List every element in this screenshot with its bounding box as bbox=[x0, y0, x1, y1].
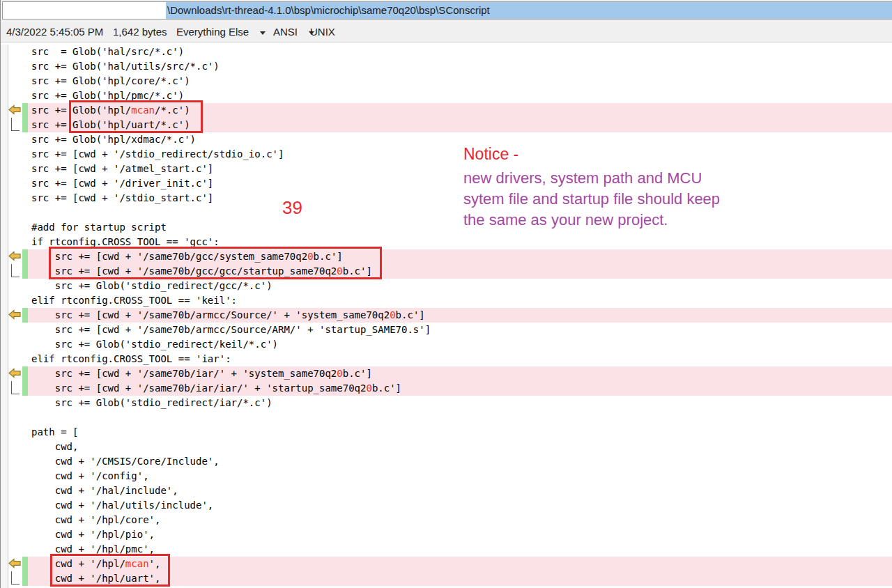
code-line[interactable]: src += Glob('stdio_redirect/iar/*.c') bbox=[1, 396, 892, 410]
code-line[interactable]: cwd + '/hpl/uart', bbox=[1, 571, 892, 586]
gutter-cell bbox=[1, 59, 22, 74]
gutter-cell bbox=[1, 542, 22, 557]
code-text: cwd + '/hpl/core', bbox=[22, 513, 892, 527]
code-line[interactable]: src += [cwd + '/atmel_start.c'] bbox=[1, 162, 892, 176]
code-line[interactable]: src += Glob('hpl/uart/*.c') bbox=[1, 118, 892, 132]
code-text: src = Glob('hal/src/*.c') bbox=[22, 45, 892, 59]
code-text: cwd + '/hpl/pio', bbox=[22, 527, 892, 542]
diff-changed-text: mcan bbox=[125, 558, 149, 569]
code-line[interactable]: src += Glob('stdio_redirect/keil/*.c') bbox=[1, 337, 892, 352]
current-diff-arrow-icon bbox=[8, 309, 21, 320]
gutter-cell bbox=[1, 483, 22, 498]
code-text: cwd + '/hpl/mcan', bbox=[22, 557, 892, 571]
gutter-cell bbox=[1, 527, 22, 542]
code-text: src += [cwd + '/driver_init.c'] bbox=[22, 176, 892, 191]
code-line[interactable]: #add for startup script bbox=[1, 220, 892, 235]
diff-range-bracket-icon bbox=[11, 571, 20, 585]
file-status-bar: 4/3/2022 5:45:05 PM 1,642 bytes Everythi… bbox=[1, 22, 892, 42]
gutter-cell bbox=[1, 220, 22, 235]
gutter-cell bbox=[1, 132, 22, 147]
code-line[interactable]: cwd, bbox=[1, 440, 892, 454]
code-editor-pane[interactable]: src = Glob('hal/src/*.c')src += Glob('ha… bbox=[1, 42, 892, 588]
notice-line: sytem file and startup file should keep bbox=[463, 189, 720, 210]
code-line[interactable]: src += [cwd + '/same70b/iar/' + 'system_… bbox=[1, 366, 892, 381]
current-diff-arrow-icon bbox=[8, 558, 21, 568]
notice-annotation: Notice - new drivers, system path and MC… bbox=[463, 145, 720, 231]
code-lines-container: src = Glob('hal/src/*.c')src += Glob('ha… bbox=[1, 42, 892, 588]
code-line[interactable]: src += Glob('stdio_redirect/gcc/*.c') bbox=[1, 279, 892, 293]
current-diff-arrow-icon bbox=[8, 368, 21, 378]
gutter-cell bbox=[1, 191, 22, 206]
gutter-cell bbox=[1, 293, 22, 308]
encoding-dropdown[interactable]: ANSI bbox=[273, 26, 314, 38]
gutter-cell bbox=[1, 88, 22, 103]
code-line[interactable]: elif rtconfig.CROSS_TOOL == 'keil': bbox=[1, 293, 892, 308]
code-line[interactable]: src += [cwd + '/driver_init.c'] bbox=[1, 176, 892, 191]
code-text: #add for startup script bbox=[22, 220, 892, 235]
code-line[interactable]: src += [cwd + '/same70b/gcc/system_same7… bbox=[1, 249, 892, 264]
gutter-cell bbox=[1, 249, 22, 264]
gutter-cell bbox=[1, 279, 22, 293]
gutter-cell bbox=[1, 410, 22, 425]
code-line[interactable]: src += [cwd + '/stdio_redirect/stdio_io.… bbox=[1, 147, 892, 162]
diff-changed-text: 0 bbox=[366, 382, 371, 394]
code-line[interactable]: path = [ bbox=[1, 425, 892, 440]
code-line[interactable]: src += Glob('hpl/core/*.c') bbox=[1, 74, 892, 88]
code-text: cwd + '/hpl/uart', bbox=[22, 571, 892, 586]
gutter-cell bbox=[1, 308, 22, 323]
code-line[interactable]: cwd + '/hal/include', bbox=[1, 483, 892, 498]
code-line[interactable]: if rtconfig.CROSS_TOOL == 'gcc': bbox=[1, 235, 892, 249]
code-line[interactable]: cwd + '/hpl/mcan', bbox=[1, 557, 892, 571]
syntax-mode-label: Everything Else bbox=[176, 26, 249, 38]
diff-changed-text: 0 bbox=[337, 265, 342, 277]
gutter-cell bbox=[1, 162, 22, 176]
gutter-cell bbox=[1, 323, 22, 337]
code-line[interactable]: src += [cwd + '/same70b/armcc/Source/' +… bbox=[1, 308, 892, 323]
diff-changed-text: mcan bbox=[131, 105, 155, 116]
code-text: src += [cwd + '/same70b/armcc/Source/ARM… bbox=[22, 323, 892, 337]
code-line[interactable] bbox=[1, 206, 892, 220]
code-line[interactable]: cwd + '/hpl/pmc', bbox=[1, 542, 892, 557]
gutter-cell bbox=[1, 147, 22, 162]
code-text: src += Glob('hpl/core/*.c') bbox=[22, 74, 892, 88]
code-text: elif rtconfig.CROSS_TOOL == 'iar': bbox=[22, 352, 892, 366]
code-line[interactable]: src += [cwd + '/same70b/armcc/Source/ARM… bbox=[1, 323, 892, 337]
code-line[interactable]: src += [cwd + '/same70b/iar/iar/' + 'sta… bbox=[1, 381, 892, 396]
syntax-mode-dropdown[interactable]: Everything Else bbox=[176, 26, 266, 38]
encoding-label: ANSI bbox=[273, 26, 298, 38]
modified-timestamp: 4/3/2022 5:45:05 PM bbox=[6, 26, 103, 38]
code-line[interactable]: src += Glob('hpl/pmc/*.c') bbox=[1, 88, 892, 103]
code-line[interactable]: src += [cwd + '/stdio_start.c'] bbox=[1, 191, 892, 206]
code-line[interactable]: cwd + '/hpl/pio', bbox=[1, 527, 892, 542]
code-line[interactable]: src = Glob('hal/src/*.c') bbox=[1, 45, 892, 59]
notice-line: the same as your new project. bbox=[463, 210, 720, 231]
code-line[interactable]: cwd + '/hpl/core', bbox=[1, 513, 892, 527]
code-line[interactable]: src += Glob('hpl/mcan/*.c') bbox=[1, 103, 892, 118]
code-line[interactable]: cwd + '/hal/utils/include', bbox=[1, 498, 892, 513]
code-line[interactable]: cwd + '/CMSIS/Core/Include', bbox=[1, 454, 892, 469]
notice-title: Notice - bbox=[463, 145, 720, 164]
code-line[interactable] bbox=[1, 410, 892, 425]
code-text: cwd + '/hal/utils/include', bbox=[22, 498, 892, 513]
code-text: if rtconfig.CROSS_TOOL == 'gcc': bbox=[22, 235, 892, 249]
file-size: 1,642 bytes bbox=[113, 26, 167, 38]
code-line[interactable]: src += Glob('hal/utils/src/*.c') bbox=[1, 59, 892, 74]
code-text: src += [cwd + '/same70b/iar/' + 'system_… bbox=[22, 366, 892, 381]
gutter-cell bbox=[1, 440, 22, 454]
file-path-field[interactable]: \Downloads\rt-thread-4.1.0\bsp\microchip… bbox=[2, 1, 892, 20]
gutter-cell bbox=[1, 264, 22, 279]
code-line[interactable]: src += Glob('hpl/xdmac/*.c') bbox=[1, 132, 892, 147]
code-line[interactable]: elif rtconfig.CROSS_TOOL == 'iar': bbox=[1, 352, 892, 366]
gutter-cell bbox=[1, 103, 22, 118]
code-text: src += Glob('hpl/xdmac/*.c') bbox=[22, 132, 892, 147]
code-line[interactable]: src += [cwd + '/same70b/gcc/gcc/startup_… bbox=[1, 264, 892, 279]
code-text: src += Glob('stdio_redirect/gcc/*.c') bbox=[22, 279, 892, 293]
code-text: src += Glob('hpl/uart/*.c') bbox=[22, 118, 892, 132]
code-text: src += Glob('hal/utils/src/*.c') bbox=[22, 59, 892, 74]
code-text: src += Glob('hpl/mcan/*.c') bbox=[22, 103, 892, 118]
code-text bbox=[22, 206, 892, 220]
code-line[interactable]: cwd + '/config', bbox=[1, 469, 892, 483]
gutter-cell bbox=[1, 74, 22, 88]
code-text: cwd + '/hpl/pmc', bbox=[22, 542, 892, 557]
gutter-cell bbox=[1, 571, 22, 586]
